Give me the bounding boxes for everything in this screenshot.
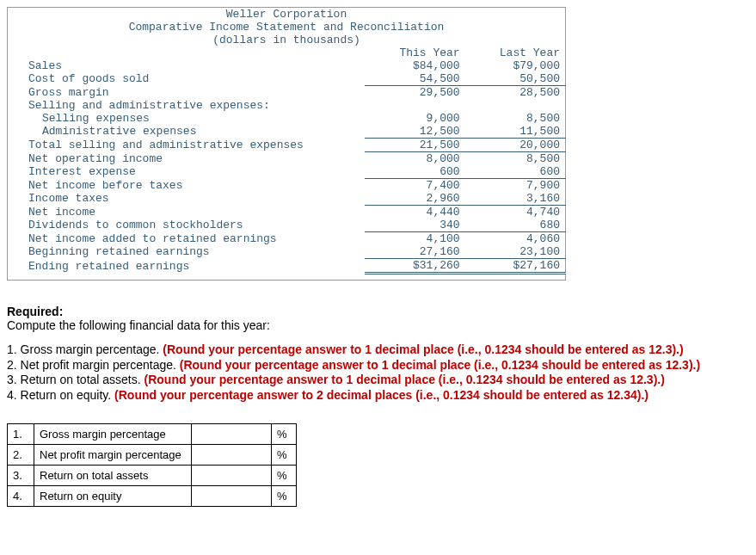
instruction-3: 3. Return on total assets. (Round your p… [7,373,749,388]
row-sales-a: $84,000 [365,59,464,72]
row-totsga-a: 21,500 [365,139,464,152]
row-netinc-label: Net income [8,206,366,219]
instruction-4-note: (Round your percentage answer to 2 decim… [114,388,648,402]
row-admexp-a: 12,500 [365,125,464,139]
row-sales-b: $79,000 [465,59,566,72]
row-begre-b: 23,100 [465,245,566,259]
answer-3-input[interactable] [197,468,269,483]
instruction-1-note: (Round your percentage answer to 1 decim… [163,342,683,356]
required-heading: Required: [7,305,749,318]
row-divs-b: 680 [465,219,566,232]
row-totsga-b: 20,000 [465,139,566,152]
answer-4-label: Return on equity [34,486,192,507]
row-nibt-a: 7,400 [365,179,464,193]
answer-4-unit: % [272,486,297,507]
company-name: Weller Corporation [8,8,566,22]
required-section: Required: Compute the following financia… [7,305,749,332]
row-netinc-a: 4,440 [365,206,464,219]
instruction-2-text: Net profit margin percentage. [21,358,180,372]
answer-4-num: 4. [8,486,34,507]
row-begre-label: Beginning retained earnings [8,245,366,259]
answer-2-label: Net profit margin percentage [34,445,192,466]
answer-row-2: 2. Net profit margin percentage % [8,445,297,466]
row-endre-label: Ending retained earnings [8,259,366,274]
row-taxes-label: Income taxes [8,192,366,206]
row-admexp-label: Administrative expenses [8,125,366,139]
instruction-1-num: 1. [7,342,21,356]
instruction-1-text: Gross margin percentage. [21,342,163,356]
instruction-2-note: (Round your percentage answer to 1 decim… [180,358,700,372]
col-last-year: Last Year [465,46,566,59]
row-divs-a: 340 [365,219,464,232]
answer-3-num: 3. [8,466,34,486]
answer-4-input[interactable] [197,489,269,503]
row-niret-b: 4,060 [465,232,566,246]
answer-table: 1. Gross margin percentage % 2. Net prof… [7,423,297,507]
row-netop-b: 8,500 [465,152,566,166]
row-intexp-b: 600 [465,165,566,179]
row-niret-label: Net income added to retained earnings [8,232,366,246]
row-niret-a: 4,100 [365,232,464,246]
row-taxes-b: 3,160 [465,192,566,206]
row-cogs-label: Cost of goods sold [8,72,366,86]
row-sellexp-label: Selling expenses [8,112,366,125]
row-endre-b: $27,160 [465,259,566,274]
row-gross-a: 29,500 [365,86,464,100]
instruction-4-num: 4. [7,388,21,402]
answer-1-unit: % [272,424,297,445]
row-begre-a: 27,160 [365,245,464,259]
row-netop-label: Net operating income [8,152,366,166]
answer-2-input[interactable] [197,447,269,462]
answer-3-unit: % [272,466,297,486]
row-cogs-a: 54,500 [365,72,464,86]
row-totsga-label: Total selling and administrative expense… [8,139,366,152]
row-cogs-b: 50,500 [465,72,566,86]
row-endre-a: $31,260 [365,259,464,274]
instruction-list: 1. Gross margin percentage. (Round your … [7,342,749,403]
answer-row-1: 1. Gross margin percentage % [8,424,297,445]
statement-title: Comparative Income Statement and Reconci… [8,21,566,34]
instruction-2-num: 2. [7,358,21,372]
instruction-3-note: (Round your percentage answer to 1 decim… [144,373,665,386]
row-admexp-b: 11,500 [465,125,566,139]
row-sellexp-a: 9,000 [365,112,464,125]
row-taxes-a: 2,960 [365,192,464,206]
statement-sub: (dollars in thousands) [8,34,566,46]
answer-row-3: 3. Return on total assets % [8,466,297,486]
row-gross-b: 28,500 [465,86,566,100]
instruction-3-num: 3. [7,373,21,386]
answer-2-unit: % [272,445,297,466]
instruction-4-text: Return on equity. [21,388,114,402]
row-divs-label: Dividends to common stockholders [8,219,366,232]
row-gross-label: Gross margin [8,86,366,100]
answer-1-num: 1. [8,424,34,445]
instruction-4: 4. Return on equity. (Round your percent… [7,388,749,404]
row-intexp-label: Interest expense [8,165,366,179]
row-nibt-b: 7,900 [465,179,566,193]
instruction-3-text: Return on total assets. [21,373,144,386]
income-statement-table: Weller Corporation Comparative Income St… [7,7,566,281]
answer-2-num: 2. [8,445,34,466]
answer-1-label: Gross margin percentage [34,424,192,445]
row-netop-a: 8,000 [365,152,464,166]
answer-row-4: 4. Return on equity % [8,486,297,507]
instruction-2: 2. Net profit margin percentage. (Round … [7,358,749,373]
instruction-1: 1. Gross margin percentage. (Round your … [7,342,749,358]
row-nibt-label: Net income before taxes [8,179,366,193]
row-sellexp-b: 8,500 [465,112,566,125]
row-netinc-b: 4,740 [465,206,566,219]
row-sales-label: Sales [8,59,366,72]
answer-3-label: Return on total assets [34,466,192,486]
col-this-year: This Year [365,46,464,59]
row-intexp-a: 600 [365,165,464,179]
answer-1-input[interactable] [197,427,269,441]
row-sga-header: Selling and administrative expenses: [8,99,566,112]
required-intro: Compute the following financial data for… [7,318,749,332]
